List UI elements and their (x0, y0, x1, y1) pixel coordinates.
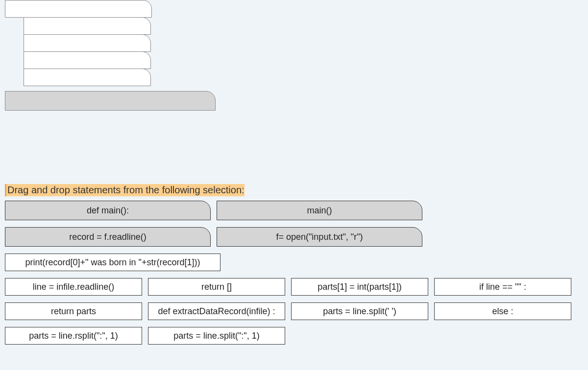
code-chip-parts1-int[interactable]: parts[1] = int(parts[1]) (291, 278, 428, 296)
code-chip-else[interactable]: else : (434, 302, 571, 320)
chip-label: parts = line.split(":", 1) (173, 331, 259, 341)
chip-label: parts = line.split(' ') (323, 306, 396, 317)
chip-label: def main(): (87, 206, 129, 216)
options-pool: def main(): main() record = f.readline()… (5, 201, 583, 351)
chip-label: parts[1] = int(parts[1]) (318, 282, 402, 292)
drop-slot[interactable] (24, 34, 151, 52)
chip-label: main() (307, 206, 332, 216)
chip-label: line = infile.readline() (33, 282, 115, 292)
chip-label: print(record[0]+" was born in "+str(reco… (25, 257, 200, 268)
chip-label: parts = line.rsplit(":", 1) (29, 331, 118, 341)
chip-label: record = f.readline() (69, 232, 147, 242)
code-chip-record-readline[interactable]: record = f.readline() (5, 227, 211, 247)
code-chip-return-empty[interactable]: return [] (148, 278, 285, 296)
code-chip-split-colon[interactable]: parts = line.split(":", 1) (148, 327, 285, 345)
code-chip-return-parts[interactable]: return parts (5, 302, 142, 320)
chip-label: def extractDataRecord(infile) : (158, 306, 275, 317)
chip-label: if line == "" : (479, 282, 526, 292)
drop-slot[interactable] (24, 17, 151, 35)
drop-slot[interactable] (24, 51, 151, 69)
drop-slot-wide[interactable] (5, 91, 216, 111)
drop-target-area (5, 0, 152, 86)
chip-label: return parts (51, 306, 96, 317)
code-chip-rsplit-colon[interactable]: parts = line.rsplit(":", 1) (5, 327, 142, 345)
chip-label: return [] (201, 282, 232, 292)
code-chip-split-space[interactable]: parts = line.split(' ') (291, 302, 428, 320)
drop-slot[interactable] (5, 0, 152, 18)
code-chip-main-call[interactable]: main() (217, 201, 422, 220)
code-chip-open-file[interactable]: f= open("input.txt", "r") (217, 227, 422, 247)
code-chip-def-extract[interactable]: def extractDataRecord(infile) : (148, 302, 285, 320)
code-chip-def-main[interactable]: def main(): (5, 201, 211, 220)
code-chip-print-record[interactable]: print(record[0]+" was born in "+str(reco… (5, 254, 220, 271)
code-chip-line-readline[interactable]: line = infile.readline() (5, 278, 142, 296)
instruction-text: Drag and drop statements from the follow… (5, 184, 245, 196)
chip-label: f= open("input.txt", "r") (276, 232, 363, 242)
drop-slot[interactable] (24, 69, 151, 86)
chip-label: else : (492, 306, 513, 317)
code-chip-if-line-empty[interactable]: if line == "" : (434, 278, 571, 296)
